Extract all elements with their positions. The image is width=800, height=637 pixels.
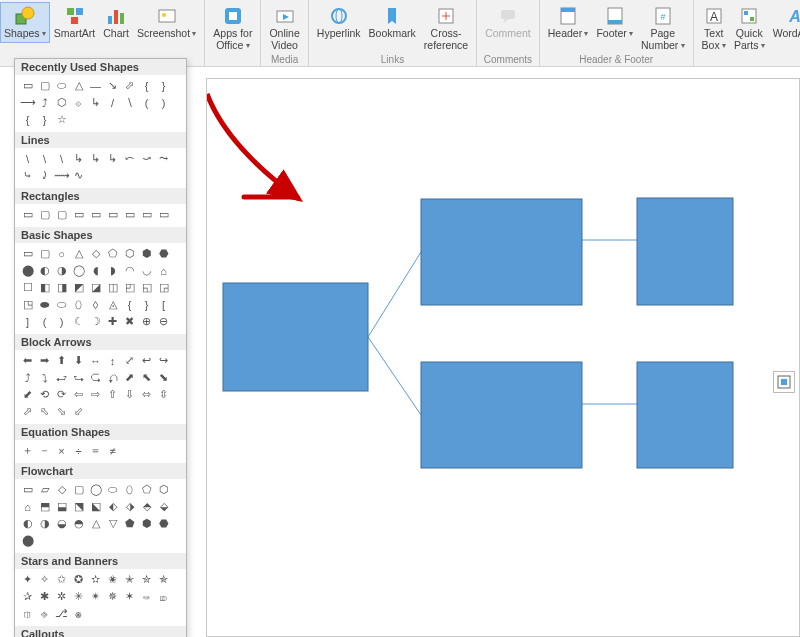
shape-option[interactable]: ⇳ [156,387,171,402]
shape-option[interactable]: ▭ [71,207,86,222]
shape-option[interactable]: ⬗ [122,499,137,514]
shape-option[interactable]: ▭ [139,207,154,222]
shape-option[interactable]: ✚ [105,314,120,329]
shape-option[interactable]: ✴ [88,589,103,604]
shape-option[interactable]: ↳ [105,151,120,166]
shape-option[interactable]: ⟳ [54,387,69,402]
shape-option[interactable]: ▢ [71,482,86,497]
shape-option[interactable]: ⬭ [105,482,120,497]
shape-option[interactable]: ◯ [71,263,86,278]
shape-option[interactable]: ⬡ [54,95,69,110]
shape-option[interactable]: ◐ [37,263,52,278]
shape-option[interactable]: ⤴ [20,370,35,385]
shape-option[interactable]: ◒ [54,516,69,531]
shape-option[interactable]: ≠ [105,443,120,458]
shape-option[interactable]: } [156,78,171,93]
shape-option[interactable]: ▭ [105,207,120,222]
shape-option[interactable]: ⇩ [122,387,137,402]
shape-option[interactable]: ◑ [54,263,69,278]
shape-option[interactable]: ⬕ [88,499,103,514]
shape-option[interactable]: ÷ [71,443,86,458]
shape-option[interactable]: × [54,443,69,458]
shape-option[interactable]: ⬃ [71,404,86,419]
shape-option[interactable]: ⌂ [20,499,35,514]
shape-option[interactable]: ⌂ [156,263,171,278]
shape-option[interactable]: ▽ [105,516,120,531]
shape-option[interactable]: ⬊ [156,370,171,385]
shape-option[interactable]: ◧ [37,280,52,295]
shape-option[interactable]: ⬆ [54,353,69,368]
shape-option[interactable]: ⎄ [156,589,171,604]
shape-option[interactable]: ↔ [88,353,103,368]
shape-option[interactable]: ✬ [105,572,120,587]
connector-line[interactable] [368,252,421,337]
shape-option[interactable]: ⤻ [139,151,154,166]
shape-option[interactable]: ▭ [20,207,35,222]
shape-option[interactable]: } [37,112,52,127]
shape-option[interactable]: ⬂ [54,404,69,419]
shape-option[interactable]: \ [54,151,69,166]
shape-option[interactable]: ⮎ [88,370,103,385]
shape-option[interactable]: ▢ [37,78,52,93]
shape-option[interactable]: ↘ [105,78,120,93]
shape-option[interactable]: { [139,78,154,93]
shape-option[interactable]: ⬋ [20,387,35,402]
shape-option[interactable]: ⬟ [122,516,137,531]
shape-option[interactable]: △ [71,246,86,261]
comment-button[interactable]: Comment [481,2,535,43]
shape-option[interactable]: ⬤ [20,263,35,278]
shape-option[interactable]: \ [20,151,35,166]
shape-option[interactable]: ◱ [139,280,154,295]
connector-line[interactable] [368,337,421,415]
shape-option[interactable]: ☽ [88,314,103,329]
shape-option[interactable]: ↳ [88,151,103,166]
shape-option[interactable]: / [105,95,120,110]
shape-option[interactable]: ⤺ [122,151,137,166]
shape-option[interactable]: ✵ [105,589,120,604]
shape-option[interactable]: [ [156,297,171,312]
shape-option[interactable]: ◰ [122,280,137,295]
shape-option[interactable]: △ [71,78,86,93]
shape-option[interactable]: ▢ [37,207,52,222]
shape-option[interactable]: ◫ [105,280,120,295]
shape-option[interactable]: ◩ [71,280,86,295]
shape-option[interactable]: ✮ [139,572,154,587]
shape-option[interactable]: ✫ [88,572,103,587]
shape-option[interactable]: ⬭ [54,78,69,93]
shape-option[interactable]: ⬡ [156,482,171,497]
shape-option[interactable]: ✰ [20,589,35,604]
shape-option[interactable]: ✖ [122,314,137,329]
shape-option[interactable]: ⇦ [71,387,86,402]
shape-option[interactable]: ▭ [156,207,171,222]
shape-option[interactable]: ⬒ [37,499,52,514]
shape-option[interactable]: ⎈ [71,606,86,621]
shape-option[interactable]: ⬡ [122,246,137,261]
shape-option[interactable]: ↪ [156,353,171,368]
shape-option[interactable]: ⬙ [156,499,171,514]
shape-option[interactable]: ▭ [20,482,35,497]
shape-option[interactable]: ⬈ [122,370,137,385]
shape-option[interactable]: ○ [54,246,69,261]
header-button[interactable]: Header [544,2,593,54]
screenshot-button[interactable]: Screenshot [133,2,200,43]
shape-option[interactable]: ⮐ [54,370,69,385]
shape-option[interactable]: ▭ [88,207,103,222]
shape-option[interactable]: ✱ [37,589,52,604]
shape-option[interactable]: ✭ [122,572,137,587]
shape-option[interactable]: △ [88,516,103,531]
diagram-box[interactable] [421,362,582,468]
shape-option[interactable]: ▭ [20,246,35,261]
shape-option[interactable]: ◨ [54,280,69,295]
shape-option[interactable]: ↩ [139,353,154,368]
shape-option[interactable]: ▢ [37,246,52,261]
diagram-box[interactable] [637,198,733,305]
shape-option[interactable]: ⬣ [156,246,171,261]
shape-option[interactable]: ⤷ [20,168,35,183]
apps-office-button[interactable]: Apps for Office [209,2,256,54]
shape-option[interactable]: ⊕ [139,314,154,329]
shape-option[interactable]: \ [37,151,52,166]
shape-option[interactable]: ◇ [54,482,69,497]
shape-option[interactable]: ✳ [71,589,86,604]
shape-option[interactable]: ▭ [20,78,35,93]
shape-option[interactable]: ▢ [54,207,69,222]
